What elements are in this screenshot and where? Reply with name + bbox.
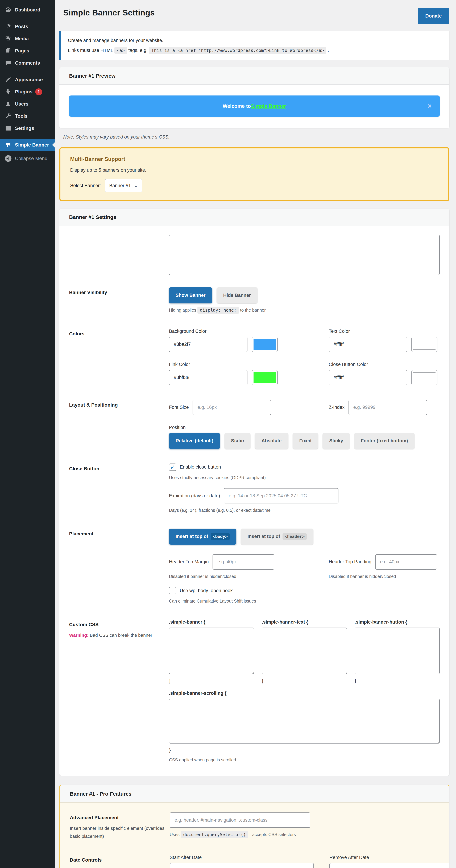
info-notice: Create and manage banners for your websi… bbox=[59, 31, 449, 60]
donate-button[interactable]: Donate bbox=[418, 8, 449, 24]
plugins-update-badge: 1 bbox=[35, 88, 42, 95]
placement-label: Placement bbox=[69, 529, 169, 605]
sidebar-item-users[interactable]: Users bbox=[0, 98, 55, 110]
position-static-button[interactable]: Static bbox=[224, 433, 250, 449]
sidebar-item-label: Simple Banner bbox=[15, 142, 49, 148]
enable-close-button-checkbox[interactable] bbox=[169, 464, 176, 471]
banner-preview-title: Banner #1 Preview bbox=[59, 67, 449, 85]
caption-text: to the banner bbox=[240, 308, 266, 312]
media-icon bbox=[5, 35, 15, 42]
wp-body-open-checkbox[interactable] bbox=[169, 587, 176, 594]
caption-text: Uses bbox=[170, 832, 180, 837]
hide-banner-button[interactable]: Hide Banner bbox=[217, 287, 257, 303]
notice-text: Links must use HTML bbox=[68, 48, 113, 53]
position-footer-button[interactable]: Footer (fixed bottom) bbox=[354, 433, 415, 449]
simple-banner-button-css-textarea[interactable] bbox=[355, 627, 440, 674]
theme-css-note: Note: Styles may vary based on your them… bbox=[63, 134, 449, 140]
pro-features-title: Banner #1 - Pro Features bbox=[60, 785, 449, 803]
scrolling-css-caption: CSS applied when page is scrolled bbox=[169, 756, 440, 764]
simple-banner-button-selector: .simple-banner-button { bbox=[355, 619, 440, 625]
closing-brace: } bbox=[355, 678, 440, 684]
sidebar-item-simple-banner[interactable]: Simple Banner bbox=[0, 139, 55, 151]
caption-text: Hiding applies bbox=[169, 308, 196, 312]
position-absolute-button[interactable]: Absolute bbox=[255, 433, 288, 449]
expiration-caption: Days (e.g. 14), fractions (e.g. 0.5), or… bbox=[169, 506, 440, 514]
notice-text: tags. e.g. bbox=[128, 48, 148, 53]
gdpr-caption: Uses strictly necessary cookies (GDPR co… bbox=[169, 474, 440, 482]
background-color-input[interactable] bbox=[169, 337, 247, 352]
position-relative-button[interactable]: Relative (default) bbox=[169, 433, 220, 449]
menu-separator bbox=[0, 16, 55, 21]
simple-banner-scrolling-selector: .simple-banner-scrolling { bbox=[169, 690, 440, 696]
expiration-input[interactable] bbox=[224, 488, 338, 503]
cls-caption: Can eliminate Cumulative Layout Shift is… bbox=[169, 597, 440, 605]
sidebar-item-dashboard[interactable]: Dashboard bbox=[0, 4, 55, 16]
header-tag-code-chip: <header> bbox=[282, 533, 307, 540]
show-banner-button[interactable]: Show Banner bbox=[169, 287, 212, 303]
sidebar-item-comments[interactable]: Comments bbox=[0, 57, 55, 69]
plug-icon bbox=[5, 89, 15, 95]
warning-text: Bad CSS can break the banner bbox=[89, 632, 152, 638]
sidebar-item-label: Media bbox=[15, 36, 29, 41]
background-color-swatch[interactable] bbox=[252, 337, 278, 352]
simple-banner-css-textarea[interactable] bbox=[169, 627, 254, 674]
z-index-input[interactable] bbox=[348, 400, 427, 415]
text-color-swatch[interactable] bbox=[412, 337, 437, 352]
position-label: Position bbox=[169, 425, 440, 430]
close-button-color-label: Close Button Color bbox=[329, 362, 440, 367]
sidebar-item-pages[interactable]: Pages bbox=[0, 45, 55, 57]
header-top-padding-label: Header Top Padding bbox=[329, 559, 371, 564]
sidebar-item-label: Appearance bbox=[15, 77, 43, 83]
header-top-margin-label: Header Top Margin bbox=[169, 559, 209, 564]
dashboard-icon bbox=[5, 7, 15, 13]
sidebar-item-media[interactable]: Media bbox=[0, 33, 55, 45]
simple-banner-text-css-textarea[interactable] bbox=[262, 627, 347, 674]
insert-top-body-button[interactable]: Insert at top of <body> bbox=[169, 529, 236, 545]
query-selector-caption: Uses document.querySelector() - accepts … bbox=[170, 831, 439, 838]
simple-banner-scrolling-css-textarea[interactable] bbox=[169, 699, 440, 744]
menu-separator bbox=[0, 69, 55, 73]
remove-after-date-input[interactable] bbox=[329, 863, 449, 868]
expiration-label: Expiration (days or date) bbox=[169, 493, 220, 499]
sidebar-item-appearance[interactable]: Appearance bbox=[0, 73, 55, 86]
position-sticky-button[interactable]: Sticky bbox=[323, 433, 350, 449]
custom-css-label: Custom CSS Warning: Bad CSS can break th… bbox=[69, 619, 169, 764]
link-color-input[interactable] bbox=[169, 370, 247, 385]
banner-text-label bbox=[69, 235, 169, 276]
warning-strong: Warning: bbox=[69, 632, 89, 638]
sidebar-item-plugins[interactable]: Plugins 1 bbox=[0, 86, 55, 98]
sidebar-item-tools[interactable]: Tools bbox=[0, 110, 55, 122]
banner-preview-link[interactable]: Simple Banner bbox=[251, 103, 286, 109]
banner-preview: Welcome to Simple Banner ✕ bbox=[69, 95, 440, 117]
custom-css-warning: Warning: Bad CSS can break the banner bbox=[69, 631, 169, 639]
page-header: Simple Banner Settings Donate bbox=[59, 5, 449, 25]
advanced-placement-input[interactable] bbox=[170, 812, 310, 828]
sidebar-item-collapse-menu[interactable]: Collapse Menu bbox=[0, 152, 55, 164]
start-after-date-input[interactable] bbox=[170, 863, 314, 868]
header-top-padding-input[interactable] bbox=[375, 554, 437, 569]
admin-sidebar: Dashboard Posts Media Pages Comments App… bbox=[0, 0, 55, 868]
visibility-caption: Hiding applies display: none; to the ban… bbox=[169, 306, 440, 314]
insert-top-header-button[interactable]: Insert at top of <header> bbox=[241, 529, 313, 545]
chevron-down-icon: ⌄ bbox=[134, 183, 138, 188]
header-top-margin-input[interactable] bbox=[213, 554, 274, 569]
link-color-swatch[interactable] bbox=[252, 370, 278, 385]
banner-select[interactable]: Banner #1 ⌄ bbox=[105, 179, 142, 192]
z-index-label: Z-Index bbox=[329, 405, 345, 410]
close-button-color-input[interactable] bbox=[329, 370, 407, 385]
sidebar-item-label: Users bbox=[15, 101, 28, 107]
wp-body-open-row: Use wp_body_open hook bbox=[169, 587, 440, 594]
close-button-label: Close Button bbox=[69, 464, 169, 514]
caption-text: - accepts CSS selectors bbox=[249, 832, 296, 837]
font-size-input[interactable] bbox=[192, 400, 271, 415]
banner-text-textarea[interactable] bbox=[169, 235, 440, 275]
sidebar-item-settings[interactable]: Settings bbox=[0, 122, 55, 134]
sidebar-item-posts[interactable]: Posts bbox=[0, 21, 55, 33]
text-color-input[interactable] bbox=[329, 337, 407, 352]
page-title: Simple Banner Settings bbox=[63, 8, 155, 18]
link-color-label: Link Color bbox=[169, 362, 329, 367]
close-button-color-swatch[interactable] bbox=[412, 370, 437, 385]
closing-brace: } bbox=[169, 678, 254, 684]
position-fixed-button[interactable]: Fixed bbox=[293, 433, 318, 449]
banner-close-icon[interactable]: ✕ bbox=[427, 102, 432, 110]
